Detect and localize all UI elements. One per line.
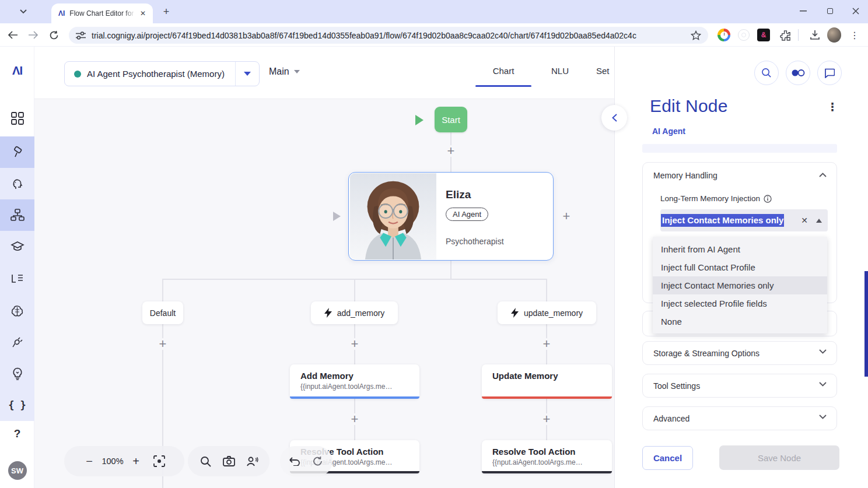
tab-close-icon[interactable]: ✕ [138,8,148,19]
node-add-memory[interactable]: Add Memory {{input.aiAgent.toolArgs.me… [290,364,419,399]
back-button[interactable] [6,28,20,42]
dropdown-option[interactable]: None [653,313,827,331]
extension-dark-icon[interactable]: & [757,28,771,42]
node-options-button[interactable]: ⋮ [826,100,839,114]
talk-to-agent-button[interactable] [240,450,264,473]
collapse-section-button[interactable] [819,173,827,177]
run-flow-icon[interactable] [415,115,424,125]
clear-selection-icon[interactable]: ✕ [799,216,810,225]
info-icon[interactable] [764,195,772,203]
play-from-node-icon[interactable] [333,212,341,221]
screenshot-button[interactable] [217,450,240,473]
browser-tab[interactable]: ΛI Flow Chart Editor for Main | Cog ✕ [51,3,153,23]
flow-selector-caret[interactable] [235,62,259,86]
node-type-link[interactable]: AI Agent [652,127,685,136]
sidebar-item-nlu[interactable] [0,295,34,326]
panel-scrollbar[interactable] [864,271,868,377]
tab-nlu[interactable]: NLU [540,66,580,76]
storage-streaming-section[interactable]: Storage & Streaming Options [642,341,837,365]
add-node-button[interactable]: + [561,210,572,222]
reload-icon [49,30,59,40]
dropdown-option[interactable]: Inject selected Profile fields [653,294,827,313]
browser-profile-avatar[interactable] [827,28,841,42]
sidebar-item-pinned[interactable] [0,136,34,168]
extensions-puzzle-icon[interactable] [778,28,792,42]
tab-chart[interactable]: Chart [475,66,531,76]
add-node-button[interactable]: + [541,338,552,350]
window-minimize-button[interactable] [790,0,817,22]
window-maximize-button[interactable] [817,0,844,22]
add-node-button[interactable]: + [445,145,457,157]
node-title: Resolve Tool Action [492,447,612,457]
brain-icon [10,305,24,317]
extension-radar-icon[interactable] [737,28,751,42]
user-initials-badge: SW [8,461,27,480]
branch-selector[interactable]: Main [269,66,300,77]
search-canvas-button[interactable] [194,450,217,473]
sidebar-item-logs[interactable] [0,263,34,294]
sidebar-user-avatar[interactable]: SW [0,455,34,486]
sidebar-item-knowledge-ai[interactable] [0,231,34,262]
sidebar-item-ai-knowledge[interactable] [0,168,34,199]
sidebar-item-integrations[interactable] [0,326,34,358]
cognigy-logo[interactable]: ΛI [0,64,34,78]
canvas-tools-toolbar [188,446,270,476]
tab-settings[interactable]: Set [596,66,614,76]
node-update-memory[interactable]: Update Memory [482,364,612,399]
bookmark-star-icon[interactable] [691,30,701,41]
flow-selector[interactable]: AI Agent Psychotherapist (Memory) [64,61,260,86]
redo-button[interactable] [306,450,330,473]
branch-add-memory[interactable]: add_memory [311,301,398,324]
reload-button[interactable] [47,28,61,42]
undo-button[interactable] [283,450,306,473]
tab-search-button[interactable] [16,5,30,19]
braces-icon: { } [8,399,26,411]
search-node-button[interactable] [754,61,779,85]
advanced-section[interactable]: Advanced [642,406,837,430]
browser-menu-button[interactable]: ⋮ [848,28,862,42]
branch-default[interactable]: Default [142,301,183,324]
tool-settings-section[interactable]: Tool Settings [642,374,837,398]
branch-update-memory[interactable]: update_memory [498,301,596,324]
collapse-panel-button[interactable] [601,105,627,131]
dropdown-option-selected[interactable]: Inject Contact Memories only [653,276,827,294]
ai-agent-node[interactable]: Eliza AI Agent Psychotherapist [348,172,554,261]
chevron-up-icon[interactable] [816,219,822,223]
expand-section-button[interactable] [819,382,827,387]
zoom-in-button[interactable]: + [124,450,148,473]
lightbulb-icon [12,367,23,381]
sidebar-item-help[interactable]: ? [0,418,34,450]
new-tab-button[interactable]: + [160,5,173,18]
url-bar[interactable]: trial.cognigy.ai/project/674f19bed14d038… [69,27,708,44]
sidebar-item-dashboard[interactable] [0,103,34,134]
long-term-memory-select[interactable]: Inject Contact Memories only ✕ [660,209,828,231]
sidebar-item-flows[interactable] [0,199,34,231]
comments-button[interactable] [817,61,842,85]
extension-clock-icon[interactable] [717,28,731,42]
cancel-button[interactable]: Cancel [642,446,693,470]
save-node-button[interactable]: Save Node [719,445,839,470]
downloads-button[interactable] [808,28,822,42]
dropdown-option[interactable]: Inject full Contact Profile [653,258,827,276]
sidebar-item-insights[interactable] [0,358,34,389]
comment-icon [824,68,835,78]
expand-section-button[interactable] [819,349,827,354]
add-node-button[interactable]: + [349,338,360,350]
dropdown-option[interactable]: Inherit from AI Agent [653,240,827,258]
sidebar-item-developer[interactable]: { } [0,389,34,421]
zoom-out-button[interactable]: − [78,450,101,473]
active-tab-underline [475,85,531,87]
fit-to-screen-button[interactable] [148,450,171,473]
forward-button[interactable] [26,28,40,42]
add-node-button[interactable]: + [349,413,360,425]
node-resolve-tool-action-2[interactable]: Resolve Tool Action {{nput.aiAgent.toolA… [482,440,612,473]
flow-canvas[interactable]: + + + + + + + Start [34,99,614,488]
bolt-icon [324,308,332,318]
window-close-button[interactable] [844,0,868,22]
start-node[interactable]: Start [435,107,467,132]
add-node-button[interactable]: + [541,413,552,425]
expand-section-button[interactable] [819,415,827,419]
add-node-button[interactable]: + [157,338,169,350]
section-title: Memory Handling [653,163,718,188]
toggle-view-button[interactable] [786,61,810,85]
